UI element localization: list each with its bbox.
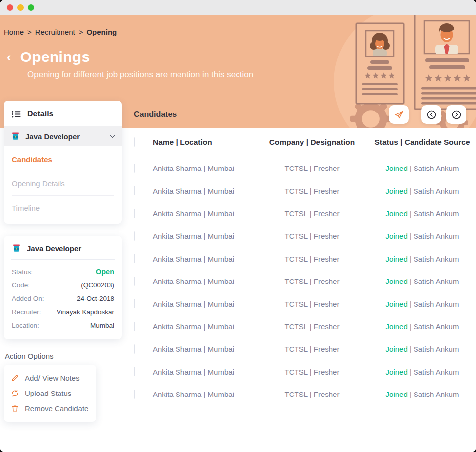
cell-company-designation: TCTSL | Fresher	[255, 390, 368, 398]
row-checkbox[interactable]	[134, 209, 135, 218]
cell-name-location: Ankita Sharma | Mumbai	[153, 164, 255, 172]
add-view-notes-action[interactable]: Add/ View Notes	[11, 370, 89, 386]
breadcrumb-home[interactable]: Home	[4, 28, 24, 36]
cell-name-location: Ankita Sharma | Mumbai	[153, 255, 255, 263]
cell-company-designation: TCTSL | Fresher	[255, 187, 368, 195]
row-checkbox[interactable]	[134, 322, 135, 331]
candidate-source-text: Satish Ankum	[414, 277, 459, 285]
field-value: Vinayak Kapdoskar	[57, 305, 114, 319]
action-label: Add/ View Notes	[25, 374, 80, 382]
action-options-card: Add/ View Notes Upload Status Remove Can…	[4, 365, 96, 422]
cell-status-source: Joined|Satish Ankum	[368, 322, 476, 331]
back-chevron-icon[interactable]: ‹	[7, 51, 11, 63]
row-checkbox[interactable]	[134, 164, 135, 173]
table-bottom-divider	[134, 406, 476, 406]
cell-name-location: Ankita Sharma | Mumbai	[153, 187, 255, 195]
status-joined-text: Joined	[386, 390, 408, 398]
next-page-button[interactable]	[446, 105, 466, 124]
row-checkbox[interactable]	[134, 344, 135, 354]
page-title: Openings	[20, 49, 90, 65]
cell-company-designation: TCTSL | Fresher	[255, 368, 368, 376]
details-card: Details Java Developer Candidates Openin…	[4, 101, 122, 224]
cell-name-location: Ankita Sharma | Mumbai	[153, 209, 255, 218]
status-joined-text: Joined	[386, 345, 408, 353]
resume-card-man	[415, 15, 476, 109]
row-checkbox[interactable]	[134, 186, 135, 195]
breadcrumb: Home > Recruitment > Opening	[4, 28, 117, 36]
row-checkbox[interactable]	[134, 367, 135, 376]
row-checkbox[interactable]	[134, 254, 135, 263]
minimize-window-icon[interactable]	[17, 4, 24, 11]
chevron-right-circle-icon	[451, 110, 462, 120]
opening-summary-card: Java Developer Status: Open Code: (QC002…	[4, 236, 122, 339]
cell-name-location: Ankita Sharma | Mumbai	[153, 322, 255, 331]
resume-card-woman	[356, 23, 404, 104]
field-added-on: Added On: 24-Oct-2018	[12, 292, 114, 305]
candidate-source-text: Satish Ankum	[414, 164, 459, 172]
sidebar: Details Java Developer Candidates Openin…	[4, 101, 122, 422]
window-titlebar	[0, 0, 476, 15]
table-row: Ankita Sharma | Mumbai TCTSL | Fresher J…	[134, 202, 476, 225]
field-label: Recruiter:	[12, 305, 41, 319]
column-header-name-location: Name | Location	[153, 138, 255, 147]
cell-name-location: Ankita Sharma | Mumbai	[153, 232, 255, 240]
cell-name-location: Ankita Sharma | Mumbai	[153, 345, 255, 353]
status-separator: |	[408, 322, 414, 331]
breadcrumb-separator: >	[27, 28, 32, 36]
select-all-checkbox[interactable]	[134, 137, 135, 147]
cell-company-designation: TCTSL | Fresher	[255, 255, 368, 263]
column-header-status-source: Status | Candidate Source	[368, 138, 476, 147]
cell-company-designation: TCTSL | Fresher	[255, 232, 368, 240]
breadcrumb-recruitment[interactable]: Recruitment	[35, 28, 75, 36]
cell-company-designation: TCTSL | Fresher	[255, 322, 368, 331]
status-separator: |	[408, 390, 414, 398]
table-row: Ankita Sharma | Mumbai TCTSL | Fresher J…	[134, 293, 476, 316]
status-joined-text: Joined	[386, 255, 408, 263]
close-window-icon[interactable]	[7, 4, 13, 11]
upload-status-icon	[11, 389, 19, 397]
table-row: Ankita Sharma | Mumbai TCTSL | Fresher J…	[134, 180, 476, 203]
send-button[interactable]	[389, 105, 409, 124]
details-card-title: Details	[27, 110, 53, 118]
sidebar-item-opening-details[interactable]: Opening Details	[12, 171, 114, 196]
candidate-source-text: Satish Ankum	[414, 390, 459, 398]
trash-icon	[11, 404, 19, 413]
breadcrumb-opening: Opening	[86, 28, 117, 36]
row-checkbox[interactable]	[134, 299, 135, 308]
field-status: Status: Open	[12, 265, 114, 279]
cell-status-source: Joined|Satish Ankum	[368, 368, 476, 376]
candidates-table: Name | Location Company | Designation St…	[134, 128, 476, 406]
field-code: Code: (QC00203)	[12, 279, 114, 292]
status-separator: |	[408, 368, 414, 376]
status-joined-text: Joined	[386, 322, 408, 331]
candidates-section-title: Candidates	[134, 110, 177, 119]
sidebar-item-timeline[interactable]: Timeline	[12, 196, 114, 220]
status-joined-text: Joined	[386, 300, 408, 308]
sidebar-item-candidates[interactable]: Candidates	[12, 147, 114, 171]
cell-name-location: Ankita Sharma | Mumbai	[153, 390, 255, 398]
row-checkbox[interactable]	[134, 277, 135, 286]
upload-status-action[interactable]: Upload Status	[11, 386, 89, 401]
row-checkbox[interactable]	[134, 231, 135, 241]
candidate-source-text: Satish Ankum	[414, 209, 459, 218]
candidate-source-text: Satish Ankum	[414, 345, 459, 353]
table-body: Ankita Sharma | Mumbai TCTSL | Fresher J…	[134, 157, 476, 406]
row-checkbox[interactable]	[134, 390, 135, 399]
remove-candidate-action[interactable]: Remove Candidate	[11, 401, 89, 416]
zoom-window-icon[interactable]	[28, 4, 34, 11]
cell-name-location: Ankita Sharma | Mumbai	[153, 368, 255, 376]
column-header-company-designation: Company | Designation	[255, 138, 368, 147]
send-icon	[394, 110, 404, 120]
candidate-source-text: Satish Ankum	[414, 187, 459, 195]
status-joined-text: Joined	[386, 164, 408, 172]
cell-status-source: Joined|Satish Ankum	[368, 232, 476, 240]
table-row: Ankita Sharma | Mumbai TCTSL | Fresher J…	[134, 225, 476, 248]
job-selector[interactable]: Java Developer	[4, 126, 122, 146]
summary-card-title: Java Developer	[27, 244, 81, 253]
previous-page-button[interactable]	[421, 105, 441, 124]
table-row: Ankita Sharma | Mumbai TCTSL | Fresher J…	[134, 338, 476, 361]
chevron-down-icon	[110, 135, 115, 138]
status-joined-text: Joined	[386, 209, 408, 218]
cell-status-source: Joined|Satish Ankum	[368, 255, 476, 263]
field-label: Code:	[12, 279, 30, 292]
